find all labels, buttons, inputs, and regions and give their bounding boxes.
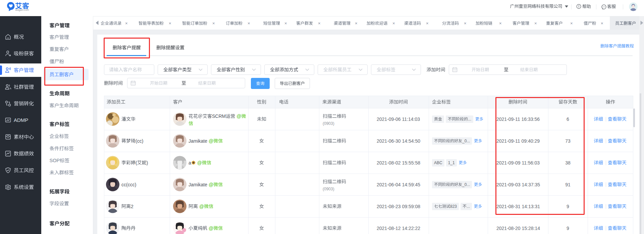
svg-text:aiagain.com: aiagain.com — [15, 8, 29, 11]
